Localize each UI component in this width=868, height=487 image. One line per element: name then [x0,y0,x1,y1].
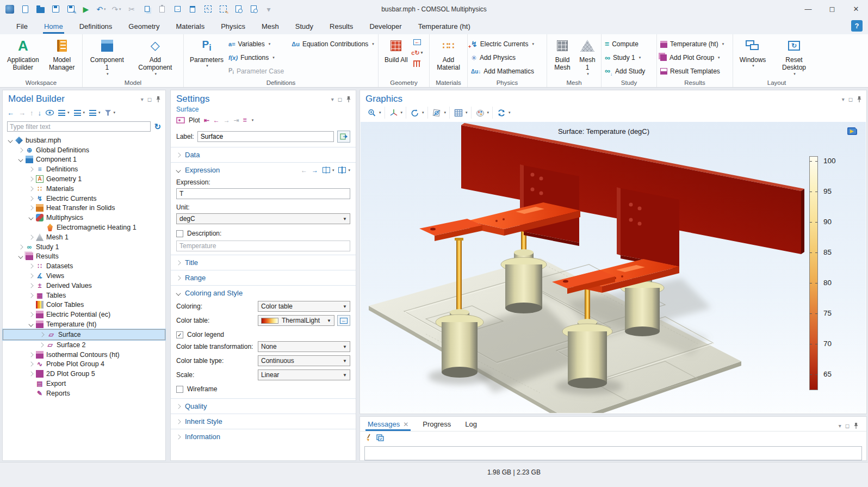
tree-item-derived-values[interactable]: ±Derived Values [3,281,165,291]
tree-filter-input[interactable] [7,121,151,132]
select-box-icon[interactable]: ↖ [201,3,214,16]
save-as-icon[interactable]: ✎ [64,3,77,16]
expand-chevron-icon[interactable] [28,293,33,298]
expand-chevron-icon[interactable] [28,362,33,367]
tree-item-electric-potential-ec[interactable]: Electric Potential (ec) [3,310,165,319]
filter-icon[interactable]: ▾ [105,110,116,116]
expand-chevron-icon[interactable] [28,196,33,201]
tab-progress[interactable]: Progress [423,420,451,431]
rename-button[interactable] [337,131,350,143]
float-panel-icon[interactable]: ◻ [845,423,850,429]
add-physics-button[interactable]: ✳Add Physics [471,52,534,64]
pin-icon[interactable] [853,422,859,429]
replace-expression-icon[interactable]: ▾ [323,167,334,173]
panel-menu-icon[interactable]: ▾ [839,423,841,429]
parameter-case-button[interactable]: PiParameter Case [228,65,284,77]
tab-messages[interactable]: Messages✕ [368,420,408,431]
tree-item-temperature-ht[interactable]: Temperature (ht) [3,319,165,329]
expand-chevron-icon[interactable] [28,264,33,269]
pin-icon[interactable] [346,96,351,102]
section-inherit-style[interactable]: Inherit Style [171,414,356,429]
expand-chevron-icon[interactable] [28,312,33,317]
wireframe-checkbox[interactable] [176,386,183,393]
application-builder-button[interactable]: A Application Builder [3,36,43,78]
model-tree-node-text-icon[interactable]: ▾ [89,110,101,116]
update-geometry-icon[interactable]: c↻▾ [413,49,421,57]
snapshot-icon[interactable]: ▾ [494,107,514,119]
minimize-button[interactable]: — [796,0,820,18]
tab-file[interactable]: File [15,20,29,33]
tree-item-global-definitions[interactable]: ⊕Global Definitions [3,145,165,155]
cut-icon[interactable]: ✂ [125,3,138,16]
expand-chevron-icon[interactable] [18,244,23,249]
tree-item-views[interactable]: ∡Views [3,271,165,281]
expression-input[interactable]: T [176,188,350,199]
equation-contributions-button[interactable]: ΔuEquation Contributions▾ [292,38,374,50]
rotate-icon[interactable]: ▾ [407,107,428,119]
deselect-box-icon[interactable]: ✎ [216,3,230,16]
plot-first-icon[interactable]: ⇤ [204,116,209,124]
add-component-button[interactable]: ◇ Add Component▾ [131,36,180,78]
zoom-icon[interactable]: ▾ [364,107,385,119]
tree-item-multiphysics[interactable]: Multiphysics [3,213,165,223]
find-icon[interactable] [232,3,245,16]
label-input[interactable] [197,131,334,142]
color-theme-icon[interactable]: ▾ [473,107,493,119]
expand-chevron-icon[interactable] [28,352,33,357]
windows-button[interactable]: Windows▾ [736,36,769,78]
tree-item-study-1[interactable]: ∞Study 1 [3,242,165,252]
float-panel-icon[interactable]: ◻ [338,96,342,102]
insert-expression-icon[interactable]: ▾ [338,167,350,173]
maximize-button[interactable]: ◻ [820,0,844,18]
pin-icon[interactable] [857,96,862,102]
panel-menu-icon[interactable]: ▾ [141,96,144,102]
expr-next-icon[interactable]: → [312,167,318,174]
expand-chevron-icon[interactable] [18,254,23,259]
copy-icon[interactable] [140,3,153,16]
forward-icon[interactable]: → [18,109,26,117]
close-button[interactable]: ✕ [844,0,868,18]
tree-item-surface-2[interactable]: ▱Surface 2 [3,340,165,350]
move-up-icon[interactable]: ↑ [30,109,34,117]
expand-chevron-icon[interactable] [28,322,33,327]
grid-icon[interactable]: ▾ [451,107,472,119]
expand-chevron-icon[interactable] [28,186,33,191]
tab-mesh[interactable]: Mesh [261,20,280,33]
go-to-view-icon[interactable]: ▾ [386,107,407,119]
expr-prev-icon[interactable]: ← [301,167,307,174]
expand-chevron-icon[interactable] [39,332,44,337]
help-button[interactable]: ? [851,20,863,32]
collapse-all-icon[interactable]: ▾ [74,110,85,116]
expand-chevron-icon[interactable] [28,167,33,172]
color-table-type-select[interactable]: Continuous▼ [258,355,350,366]
coloring-select[interactable]: Color table▼ [258,301,350,312]
compute-button[interactable]: =Compute [605,38,645,50]
color-table-select[interactable]: ThermalLight▼ [258,315,334,326]
section-range[interactable]: Range [171,270,356,285]
tab-home[interactable]: Home [43,20,64,33]
mesh-1-button[interactable]: Mesh 1▾ [576,36,598,78]
section-data[interactable]: Data [171,147,356,162]
tree-item-2d-plot-group-5[interactable]: 2D Plot Group 5 [3,369,165,379]
back-icon[interactable]: ← [7,109,14,117]
description-checkbox[interactable] [176,230,183,237]
plot-snapshot-icon[interactable] [846,126,858,138]
tree-item-isothermal-contours-ht[interactable]: Isothermal Contours (ht) [3,350,165,360]
expand-chevron-icon[interactable] [28,372,33,377]
component-1-button[interactable]: Component 1▾ [86,36,128,78]
virtual-operations-icon[interactable] [413,60,421,67]
tree-item-electromagnetic-heating-1[interactable]: Electromagnetic Heating 1 [3,223,165,232]
section-information[interactable]: Information [171,429,356,444]
float-panel-icon[interactable]: ◻ [848,96,853,102]
expand-chevron-icon[interactable] [28,274,33,279]
undo-icon[interactable]: ↶▾ [95,3,108,16]
plot-button[interactable]: Plot [189,116,200,124]
tab-geometry[interactable]: Geometry [127,20,160,33]
paste-icon[interactable] [156,3,169,16]
tab-study[interactable]: Study [294,20,314,33]
clear-messages-icon[interactable] [365,434,372,443]
tab-definitions[interactable]: Definitions [78,20,114,33]
pin-icon[interactable] [156,96,161,102]
show-icon[interactable] [46,110,54,115]
model-manager-button[interactable]: Model Manager [45,36,79,78]
